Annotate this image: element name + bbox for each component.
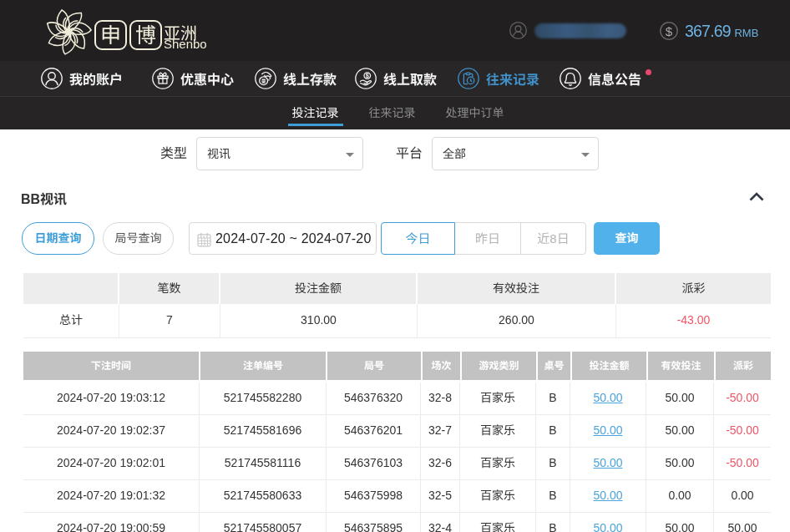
svg-text:$: $ — [666, 24, 673, 38]
